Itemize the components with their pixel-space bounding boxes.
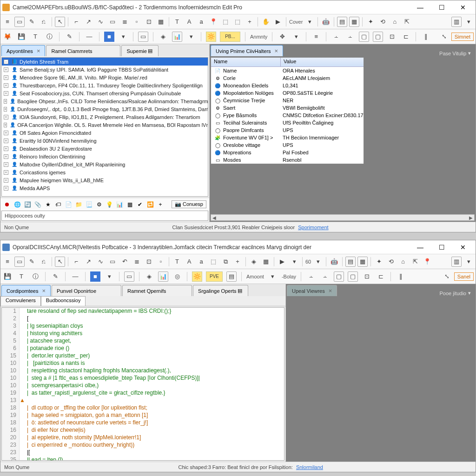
save-icon-2[interactable]: 💾 — [2, 271, 13, 282]
right-panel-icon-2[interactable]: ▥ — [451, 257, 462, 267]
tree-item[interactable]: +👤Thurestbarcepn, FP4 C0c.11, 11. Tmdusr… — [2, 81, 208, 89]
snap-4-icon[interactable]: ⊏ — [401, 32, 411, 42]
wave-icon-2[interactable]: ∿ — [95, 257, 106, 267]
box2-icon[interactable]: ⬚ — [232, 17, 243, 27]
snap-3-icon[interactable]: ⊡ — [387, 32, 397, 42]
sheet-icon[interactable]: 📃 — [85, 201, 93, 208]
plus-icon[interactable]: + — [245, 17, 255, 27]
code-line[interactable]: 13▲ — [2, 397, 284, 404]
tab-properties[interactable]: Uving Pnime CiivHalters× — [211, 45, 283, 56]
outline-icon[interactable]: ▭ — [138, 32, 148, 42]
fold-icon[interactable] — [20, 345, 25, 352]
expand-icon[interactable]: + — [4, 115, 8, 119]
chevron-down-3-icon[interactable]: ▾ — [186, 32, 196, 42]
code-line[interactable]: 2[ — [2, 315, 284, 323]
robot-icon-2[interactable]: 🤖 — [329, 257, 339, 267]
snap-1-icon-2[interactable]: ▢ — [334, 271, 344, 282]
minus-icon[interactable]: — — [84, 32, 94, 42]
sannet-button[interactable]: Simnet — [451, 33, 474, 41]
cover-label[interactable]: Cover — [289, 19, 303, 25]
hl-extra-icon[interactable]: ▤ — [226, 271, 237, 282]
text-icon[interactable]: T — [172, 17, 182, 27]
box-icon-2[interactable]: ⬚ — [208, 257, 218, 267]
doc-icon-2[interactable]: ▭ — [14, 257, 25, 267]
text-icon-2[interactable]: T — [172, 257, 182, 267]
highlight-icon[interactable]: 🔆 — [206, 32, 216, 42]
grid-icon[interactable]: ▦ — [156, 17, 166, 27]
arrow-icon[interactable]: ↗ — [83, 17, 93, 27]
property-row[interactable]: 🧩Foventune WV 0F1] >TH Beciion Imenmioag… — [211, 134, 364, 141]
tab-viewer[interactable]: Upeal Viewres× — [287, 285, 337, 296]
refresh-icon[interactable]: 🔄 — [24, 201, 31, 208]
tree-item[interactable]: +👤Same Benalj:sy IJPI. SAMIA. lofG Paggu… — [2, 66, 208, 73]
tree-item[interactable]: +👤lO/A Siundorynti, Fllip, IO1,B1, Z Pre… — [2, 113, 208, 121]
collapse-icon-2[interactable]: ⤡ — [442, 271, 452, 282]
property-row[interactable]: ◯Oreslobe vittageUPS — [211, 141, 364, 149]
outline-icon-2[interactable]: ▭ — [124, 271, 134, 282]
menu-icon[interactable]: ≡ — [2, 17, 13, 27]
chevron-down-2-icon[interactable]: ▾ — [463, 17, 474, 27]
expand-icon[interactable]: + — [4, 154, 8, 159]
robot-icon[interactable]: 🤖 — [321, 17, 331, 27]
rotate-icon[interactable]: ⟲ — [377, 17, 388, 27]
code-line[interactable]: 20| al eppletire, noth stomity [MpMeli.l… — [2, 434, 284, 442]
box-icon[interactable]: ⬚ — [220, 17, 231, 27]
concept-button[interactable]: 📷 Conuesp — [172, 200, 206, 208]
expand-icon[interactable]: + — [4, 186, 8, 191]
property-row[interactable]: 🔵Mooneadon EledelsL0,341 — [211, 82, 364, 89]
horizontal-scrollbar[interactable]: ◀ ▶ — [211, 214, 475, 221]
play-icon[interactable]: ▶ — [273, 17, 283, 27]
right-panel-icon[interactable]: ▥ — [451, 17, 462, 27]
property-row[interactable]: 📄NameORA Htenales — [211, 67, 364, 74]
align-2-icon-2[interactable]: ⫠ — [320, 271, 330, 282]
chart-icon[interactable]: 📊 — [172, 32, 182, 42]
align-1-icon[interactable]: ⫠ — [331, 32, 341, 42]
panel-2-icon[interactable]: ▦ — [349, 17, 359, 27]
fold-icon[interactable] — [20, 315, 25, 323]
tree-item[interactable]: +👤Coricastions igemes — [2, 168, 208, 176]
prop-tab-close-icon[interactable]: × — [275, 47, 278, 54]
play-icon-2[interactable]: ▶ — [277, 257, 287, 267]
pin-icon-2[interactable]: 📍 — [422, 257, 432, 267]
expand-icon[interactable]: + — [4, 178, 8, 183]
property-row[interactable]: ◯Fype BăsmollsCNMSC Dtifcetion Exciner:D… — [211, 112, 364, 119]
target-icon-2[interactable]: ◎ — [172, 271, 182, 282]
lines-icon-2[interactable]: ≣ — [132, 257, 142, 267]
info-icon[interactable]: ⓘ — [44, 32, 54, 42]
code-line[interactable]: 16| di eller Nor cheeneļis) — [2, 427, 284, 434]
tab-components[interactable]: Cordipomtees× — [1, 285, 51, 296]
subtab-budbooncss[interactable]: Budbooncssioy — [41, 296, 86, 306]
page-menu-icon[interactable]: ▾ — [468, 50, 471, 56]
home-icon[interactable]: ⌂ — [390, 17, 400, 27]
minimize-button[interactable]: — — [410, 0, 431, 14]
tab-close-icon[interactable]: × — [37, 47, 40, 54]
link-icon[interactable]: ⇱ — [402, 17, 412, 27]
snap-4-icon-2[interactable]: ⊏ — [376, 271, 386, 282]
chevron-down-60-icon[interactable]: ▾ — [313, 257, 323, 267]
menu-icon-2[interactable]: ≡ — [2, 257, 13, 267]
arrow-icon-2[interactable]: ↗ — [83, 257, 93, 267]
sannet-button-2[interactable]: Sanel — [454, 272, 474, 281]
tree-item[interactable]: +👤Ofl Sates Agoion Fimoncidtated — [2, 129, 208, 137]
sync-icon[interactable]: 🔁 — [146, 201, 154, 208]
font-icon-2[interactable]: A — [184, 257, 194, 267]
plus-icon-2[interactable]: + — [232, 257, 243, 267]
corner-icon-2[interactable]: ⌐ — [71, 257, 81, 267]
star-icon[interactable]: ★ — [44, 201, 52, 208]
fold-icon[interactable] — [20, 308, 25, 315]
property-row[interactable]: ▤Cent IhaleLoblut — [211, 164, 364, 164]
code-line[interactable]: 23|[ — [2, 449, 284, 456]
wave-icon[interactable]: ∿ — [95, 17, 106, 27]
font-icon[interactable]: A — [184, 17, 194, 27]
fold-icon[interactable] — [20, 442, 25, 449]
minimize-button-2[interactable]: — — [410, 240, 431, 254]
chevron-down-icon[interactable]: ▾ — [304, 17, 315, 27]
page-menu-icon-2[interactable]: ▾ — [468, 290, 471, 296]
fold-icon[interactable] — [20, 434, 25, 442]
code-line[interactable]: 19| as tatter_rapistl_argulenst_cite = g… — [2, 390, 284, 397]
maximize-button-2[interactable]: ☐ — [431, 240, 452, 254]
fold-icon[interactable] — [20, 419, 25, 427]
property-panel[interactable]: Name Value 📄NameORA Htenales⚙CoríeAEcLAN… — [211, 57, 364, 164]
fold-icon[interactable] — [20, 367, 25, 375]
fold-icon[interactable] — [20, 456, 25, 461]
